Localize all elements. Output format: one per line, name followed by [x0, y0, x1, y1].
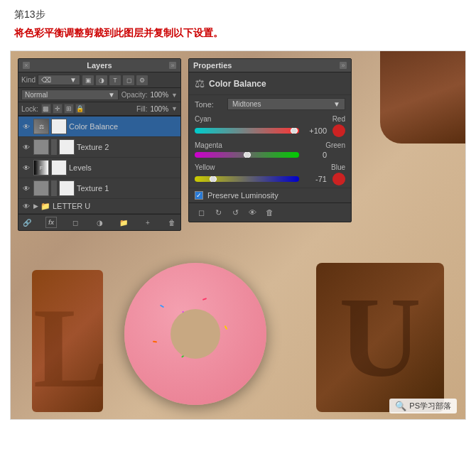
layers-bottom-toolbar: 🔗 fx ◻ ◑ 📁 + 🗑: [18, 214, 180, 230]
layer-item-color-balance[interactable]: 👁 ⚖ Color Balance: [18, 117, 180, 137]
layer-item-texture1[interactable]: 👁 Texture 1: [18, 178, 180, 199]
yellow-blue-indicator: [332, 173, 345, 185]
page-container: 第13步 将色彩平衡调整剪裁到此图层并复制以下设置。 L U: [0, 0, 476, 476]
lock-icons: ▩ ✛ ⊞ 🔒: [41, 104, 85, 114]
opacity-value: 100%: [151, 91, 169, 99]
cyan-red-thumb[interactable]: [291, 128, 298, 134]
layers-panel-title: Layers: [87, 61, 112, 70]
eye-icon-color-balance[interactable]: 👁: [21, 121, 31, 131]
folder-add-icon[interactable]: 📁: [118, 217, 129, 228]
layer-group-letter-u[interactable]: 👁 ▶ 📁 LETTER U: [18, 199, 180, 214]
letter-l: L: [32, 270, 103, 412]
link-icon[interactable]: 🔗: [21, 217, 33, 228]
filter-type-icon[interactable]: T: [109, 75, 121, 85]
color-balance-icon: ⚖: [195, 77, 205, 90]
magenta-green-labels: Magenta Green: [195, 141, 345, 149]
screenshot-area: L U × Layers » Kind: [10, 50, 466, 420]
preserve-luminosity-row: ✓ Preserve Luminosity: [189, 188, 351, 202]
tone-row: Tone: Midtones ▼: [189, 95, 351, 113]
tone-value: Midtones: [232, 100, 261, 108]
prop-section-title: Color Balance: [209, 79, 266, 89]
filter-dropdown[interactable]: ⌫▼: [38, 75, 80, 85]
prop-rotate-icon[interactable]: ↻: [212, 206, 225, 219]
layer-thumb-levels: F: [33, 160, 49, 175]
eye-icon-levels[interactable]: 👁: [21, 163, 31, 173]
tone-dropdown-arrow: ▼: [333, 100, 340, 108]
layer-thumb-color-balance: ⚖: [33, 119, 49, 134]
eye-icon-texture2[interactable]: 👁: [21, 142, 31, 152]
properties-panel-title: Properties: [193, 61, 232, 70]
donut-decoration: [124, 263, 266, 405]
cyan-red-track: [195, 128, 299, 134]
trash-icon[interactable]: 🗑: [166, 217, 178, 228]
lock-artboard[interactable]: ⊞: [64, 104, 74, 114]
layer-mask2-texture2: [59, 139, 75, 155]
step-label: 第13步: [14, 9, 462, 21]
tone-label: Tone:: [195, 100, 223, 109]
prop-mask-icon[interactable]: ◻: [195, 206, 207, 219]
magenta-green-thumb[interactable]: [244, 152, 251, 158]
magenta-label: Magenta: [195, 141, 222, 149]
blend-mode-row: Normal▼ Opacity: 100% ▼: [18, 88, 180, 102]
fill-label: Fill:: [136, 105, 148, 113]
blend-mode-dropdown[interactable]: Normal▼: [21, 90, 119, 100]
yellow-blue-thumb[interactable]: [210, 176, 217, 182]
group-name: LETTER U: [53, 202, 90, 210]
layers-panel: × Layers » Kind ⌫▼ ▣ ◑ T ◻ ⚙: [18, 58, 181, 231]
lock-move[interactable]: ✛: [53, 104, 63, 114]
layers-toolbar: Kind ⌫▼ ▣ ◑ T ◻ ⚙: [18, 72, 180, 88]
prop-reset-icon[interactable]: ↺: [229, 206, 242, 219]
layer-item-texture2[interactable]: 👁 Texture 2: [18, 137, 180, 158]
cyan-red-slider-row: Cyan Red +100: [189, 113, 351, 139]
preserve-luminosity-checkbox[interactable]: ✓: [195, 191, 203, 200]
layer-filter-icons: ▣ ◑ T ◻ ⚙: [82, 75, 148, 85]
yellow-blue-track-container: [195, 175, 299, 183]
instruction-bold: 将色彩平衡调整剪裁到此图层并复制以下设置。: [14, 27, 223, 38]
green-label: Green: [325, 141, 345, 149]
lock-all[interactable]: 🔒: [75, 104, 85, 114]
layers-expand-btn[interactable]: »: [169, 62, 176, 69]
magenta-green-track-container: [195, 151, 299, 159]
filter-shape-icon[interactable]: ◻: [123, 75, 134, 85]
opacity-label: Opacity:: [121, 91, 148, 99]
filter-adj-icon[interactable]: ◑: [96, 75, 107, 85]
blue-label: Blue: [331, 163, 345, 171]
lock-label: Lock:: [21, 105, 38, 113]
layer-mask-texture1: [51, 180, 57, 196]
layer-mask-texture2: [51, 139, 57, 155]
filter-pixel-icon[interactable]: ▣: [82, 75, 94, 85]
layer-thumb-texture1: [33, 180, 49, 196]
layers-close-btn[interactable]: ×: [23, 62, 30, 69]
adj-add-icon[interactable]: ◑: [94, 217, 105, 228]
prop-trash-icon[interactable]: 🗑: [263, 206, 276, 219]
properties-expand-btn[interactable]: »: [340, 62, 347, 69]
cyan-red-indicator: [332, 124, 345, 137]
fx-icon[interactable]: fx: [45, 217, 57, 228]
lock-checkerboard[interactable]: ▩: [41, 104, 51, 114]
instruction-text: 将色彩平衡调整剪裁到此图层并复制以下设置。: [14, 26, 462, 40]
layer-item-levels[interactable]: 👁 F Levels: [18, 158, 180, 178]
cake-decoration: [380, 51, 465, 144]
tone-dropdown[interactable]: Midtones ▼: [227, 98, 345, 110]
yellow-blue-slider-row: Yellow Blue -71: [189, 161, 351, 188]
yellow-label: Yellow: [195, 163, 215, 171]
layer-mask-levels: [51, 160, 67, 175]
magenta-green-value: 0: [302, 151, 327, 159]
cyan-red-value: +100: [302, 126, 327, 135]
eye-icon-group[interactable]: 👁: [21, 201, 31, 211]
group-arrow: ▶: [33, 202, 38, 210]
properties-panel: Properties » ⚖ Color Balance Tone: Midto…: [188, 58, 352, 222]
letter-u: U: [316, 263, 444, 412]
properties-bottom-toolbar: ◻ ↻ ↺ 👁 🗑: [189, 202, 351, 222]
mask-add-icon[interactable]: ◻: [70, 217, 81, 228]
filter-smart-icon[interactable]: ⚙: [136, 75, 148, 85]
cyan-red-labels: Cyan Red: [195, 115, 345, 123]
eye-icon-texture1[interactable]: 👁: [21, 183, 31, 193]
layer-name-texture1: Texture 1: [77, 184, 178, 193]
prop-eye-icon[interactable]: 👁: [246, 206, 259, 219]
magenta-green-slider-row: Magenta Green 0: [189, 139, 351, 161]
folder-icon: 📁: [40, 202, 50, 211]
watermark-icon: 🔍: [395, 401, 406, 411]
layer-add-icon[interactable]: +: [142, 217, 153, 228]
magenta-green-track: [195, 152, 299, 158]
